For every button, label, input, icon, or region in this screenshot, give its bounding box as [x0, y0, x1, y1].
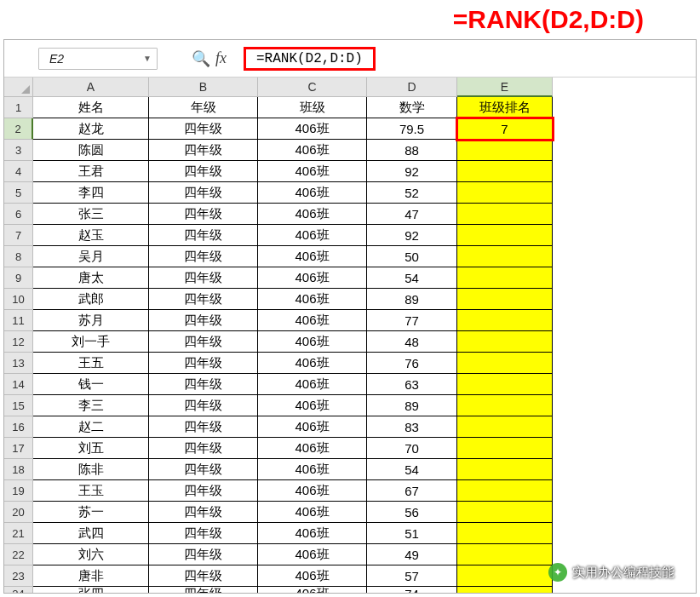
select-all-corner[interactable] — [4, 77, 33, 97]
row-header-22[interactable]: 22 — [4, 544, 33, 565]
cell-C18[interactable]: 406班 — [258, 459, 367, 480]
cell-C21[interactable]: 406班 — [258, 523, 367, 544]
cell-E8[interactable] — [457, 246, 553, 267]
fx-icon[interactable]: fx — [215, 49, 227, 67]
cell-A21[interactable]: 武四 — [33, 523, 149, 544]
cell-B22[interactable]: 四年级 — [149, 544, 258, 565]
row-header-16[interactable]: 16 — [4, 416, 33, 438]
row-header-12[interactable]: 12 — [4, 331, 33, 353]
cell-C13[interactable]: 406班 — [258, 353, 367, 374]
name-box[interactable]: E2 ▼ — [38, 48, 158, 70]
row-header-21[interactable]: 21 — [4, 523, 33, 544]
cell-D10[interactable]: 89 — [367, 289, 457, 310]
cell-C19[interactable]: 406班 — [258, 480, 367, 502]
row-header-8[interactable]: 8 — [4, 246, 33, 267]
cell-D12[interactable]: 48 — [367, 331, 457, 353]
cell-C14[interactable]: 406班 — [258, 374, 367, 395]
cell-D11[interactable]: 77 — [367, 310, 457, 331]
cell-E5[interactable] — [457, 182, 553, 204]
cell-D24[interactable]: 74 — [367, 587, 457, 593]
col-header-D[interactable]: D — [367, 77, 457, 97]
col-header-E[interactable]: E — [457, 77, 553, 97]
cell-B21[interactable]: 四年级 — [149, 523, 258, 544]
cell-E17[interactable] — [457, 438, 553, 459]
row-header-17[interactable]: 17 — [4, 438, 33, 459]
cell-B4[interactable]: 四年级 — [149, 161, 258, 182]
cell-A1[interactable]: 姓名 — [33, 97, 149, 118]
row-header-2[interactable]: 2 — [4, 118, 33, 140]
row-header-5[interactable]: 5 — [4, 182, 33, 204]
cell-B7[interactable]: 四年级 — [149, 225, 258, 246]
cell-D6[interactable]: 47 — [367, 204, 457, 225]
cell-A12[interactable]: 刘一手 — [33, 331, 149, 353]
cell-D8[interactable]: 50 — [367, 246, 457, 267]
cell-E16[interactable] — [457, 416, 553, 438]
grid[interactable]: A B C D E 1 姓名 年级 班级 数学 班级排名 2赵龙四年级406班7… — [4, 77, 696, 593]
cell-B17[interactable]: 四年级 — [149, 438, 258, 459]
cell-B18[interactable]: 四年级 — [149, 459, 258, 480]
cell-B2[interactable]: 四年级 — [149, 118, 258, 140]
cell-C6[interactable]: 406班 — [258, 204, 367, 225]
cell-A20[interactable]: 苏一 — [33, 502, 149, 523]
cell-C16[interactable]: 406班 — [258, 416, 367, 438]
cell-B8[interactable]: 四年级 — [149, 246, 258, 267]
cell-C7[interactable]: 406班 — [258, 225, 367, 246]
cell-C12[interactable]: 406班 — [258, 331, 367, 353]
cell-A2[interactable]: 赵龙 — [33, 118, 149, 140]
row-header-1[interactable]: 1 — [4, 97, 33, 118]
cell-A10[interactable]: 武郎 — [33, 289, 149, 310]
cell-C3[interactable]: 406班 — [258, 140, 367, 161]
cell-D20[interactable]: 56 — [367, 502, 457, 523]
cell-E14[interactable] — [457, 374, 553, 395]
row-header-7[interactable]: 7 — [4, 225, 33, 246]
cell-E1[interactable]: 班级排名 — [457, 97, 553, 118]
row-header-9[interactable]: 9 — [4, 267, 33, 289]
cell-D9[interactable]: 54 — [367, 267, 457, 289]
cell-D13[interactable]: 76 — [367, 353, 457, 374]
row-header-23[interactable]: 23 — [4, 565, 33, 587]
cell-D21[interactable]: 51 — [367, 523, 457, 544]
cell-C4[interactable]: 406班 — [258, 161, 367, 182]
cell-C2[interactable]: 406班 — [258, 118, 367, 140]
cell-A19[interactable]: 王玉 — [33, 480, 149, 502]
cell-D15[interactable]: 89 — [367, 395, 457, 416]
cell-C10[interactable]: 406班 — [258, 289, 367, 310]
cell-D2[interactable]: 79.5 — [367, 118, 457, 140]
col-header-C[interactable]: C — [258, 77, 367, 97]
row-header-19[interactable]: 19 — [4, 480, 33, 502]
cell-C9[interactable]: 406班 — [258, 267, 367, 289]
cell-A18[interactable]: 陈非 — [33, 459, 149, 480]
cell-C15[interactable]: 406班 — [258, 395, 367, 416]
cell-E21[interactable] — [457, 523, 553, 544]
zoom-icon[interactable]: 🔍 — [192, 49, 210, 68]
cell-D23[interactable]: 57 — [367, 565, 457, 587]
cell-C24[interactable]: 406班 — [258, 587, 367, 593]
cell-E24[interactable] — [457, 587, 553, 593]
cell-B3[interactable]: 四年级 — [149, 140, 258, 161]
cell-E3[interactable] — [457, 140, 553, 161]
cell-C8[interactable]: 406班 — [258, 246, 367, 267]
cell-E22[interactable] — [457, 544, 553, 565]
cell-E23[interactable] — [457, 565, 553, 587]
formula-bar[interactable]: =RANK(D2,D:D) — [244, 47, 376, 71]
cell-D14[interactable]: 63 — [367, 374, 457, 395]
cell-A4[interactable]: 王君 — [33, 161, 149, 182]
cell-C20[interactable]: 406班 — [258, 502, 367, 523]
cell-B9[interactable]: 四年级 — [149, 267, 258, 289]
cell-E12[interactable] — [457, 331, 553, 353]
row-header-4[interactable]: 4 — [4, 161, 33, 182]
cell-E13[interactable] — [457, 353, 553, 374]
cell-D19[interactable]: 67 — [367, 480, 457, 502]
row-header-10[interactable]: 10 — [4, 289, 33, 310]
cell-A16[interactable]: 赵二 — [33, 416, 149, 438]
cell-B5[interactable]: 四年级 — [149, 182, 258, 204]
cell-C11[interactable]: 406班 — [258, 310, 367, 331]
cell-C17[interactable]: 406班 — [258, 438, 367, 459]
cell-E6[interactable] — [457, 204, 553, 225]
cell-A6[interactable]: 张三 — [33, 204, 149, 225]
cell-B24[interactable]: 四年级 — [149, 587, 258, 593]
cell-C1[interactable]: 班级 — [258, 97, 367, 118]
cell-E11[interactable] — [457, 310, 553, 331]
row-header-3[interactable]: 3 — [4, 140, 33, 161]
cell-E19[interactable] — [457, 480, 553, 502]
